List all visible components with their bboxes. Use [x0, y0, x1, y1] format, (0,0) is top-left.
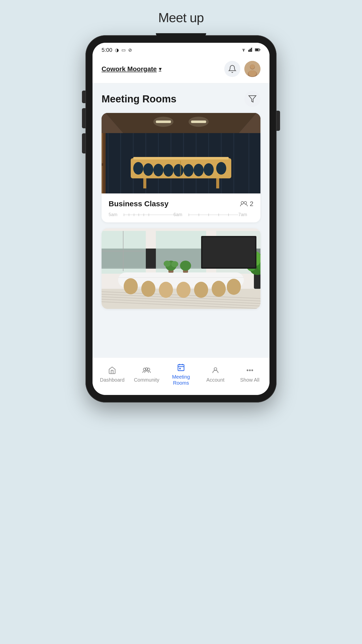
svg-point-38: [133, 162, 143, 175]
svg-point-11: [250, 64, 255, 69]
svg-point-78: [227, 279, 241, 295]
svg-point-45: [204, 163, 214, 176]
location-text: Cowork Moorgate: [102, 65, 157, 73]
power-button: [277, 111, 280, 131]
svg-marker-13: [249, 96, 256, 102]
svg-point-84: [180, 261, 191, 271]
svg-rect-91: [202, 237, 255, 267]
chevron-down-icon: ▾: [159, 66, 161, 72]
nav-community[interactable]: Community: [129, 366, 164, 383]
location-selector[interactable]: Cowork Moorgate ▾: [102, 65, 161, 73]
svg-point-50: [189, 117, 209, 127]
filter-icon: [248, 95, 257, 103]
svg-point-82: [171, 261, 178, 267]
nav-account[interactable]: Account: [198, 366, 233, 383]
svg-point-43: [184, 164, 194, 177]
status-time: 5:00: [102, 47, 112, 53]
nav-show-all-label: Show All: [240, 377, 259, 383]
avatar-image: [244, 61, 260, 77]
status-left: 5:00 ◑ ▭ ⊘: [102, 47, 132, 53]
svg-rect-4: [252, 47, 253, 52]
svg-marker-15: [106, 113, 256, 133]
svg-point-39: [143, 163, 153, 176]
header: Cowork Moorgate ▾: [93, 56, 269, 83]
svg-rect-3: [251, 48, 252, 52]
account-icon: [211, 366, 219, 375]
signal-icon: [248, 47, 253, 53]
community-icon: [142, 366, 151, 375]
svg-point-73: [141, 281, 155, 297]
nav-show-all[interactable]: Show All: [233, 366, 267, 383]
svg-point-102: [249, 370, 250, 371]
svg-point-101: [247, 370, 248, 371]
svg-rect-6: [255, 49, 259, 51]
svg-rect-51: [180, 161, 181, 176]
svg-point-75: [176, 282, 191, 298]
phone-frame: 5:00 ◑ ▭ ⊘: [85, 35, 277, 403]
header-actions: [224, 61, 260, 77]
notification-button[interactable]: [224, 61, 240, 77]
svg-point-76: [194, 282, 208, 298]
svg-rect-36: [143, 178, 146, 188]
svg-rect-95: [178, 365, 184, 371]
room-capacity-1: 2: [240, 200, 253, 208]
capacity-count-1: 2: [250, 200, 253, 208]
svg-rect-2: [250, 49, 251, 52]
timeline-bar-1b: [189, 215, 238, 215]
svg-rect-32: [102, 133, 103, 163]
svg-rect-37: [216, 178, 219, 188]
capacity-icon: [240, 201, 248, 207]
svg-rect-7: [260, 49, 260, 50]
room-name-row-1: Business Classy 2: [109, 199, 253, 208]
nav-dashboard-label: Dashboard: [100, 377, 124, 383]
room-card-2[interactable]: [102, 228, 260, 309]
timeline-label-5am: 5am: [109, 212, 124, 217]
nav-community-label: Community: [134, 377, 159, 383]
mute-button: [82, 133, 85, 153]
room-card-1[interactable]: Business Classy 2: [102, 113, 260, 222]
home-icon: [108, 366, 116, 375]
calendar-icon: [177, 363, 185, 372]
volume-down-button: [82, 108, 85, 128]
svg-point-74: [159, 282, 173, 298]
app-title: Meet up: [158, 10, 204, 25]
volume-up-button: [82, 91, 85, 103]
bottom-nav: Dashboard Community: [93, 357, 269, 395]
user-avatar[interactable]: [244, 61, 260, 77]
storage-icon: ▭: [121, 47, 126, 53]
status-bar: 5:00 ◑ ▭ ⊘: [93, 43, 269, 56]
svg-point-12: [248, 70, 256, 76]
section-header: Meeting Rooms: [102, 91, 260, 107]
svg-rect-35: [133, 157, 229, 159]
room-image-2: [102, 228, 260, 309]
svg-point-49: [153, 117, 173, 127]
timeline-bar-1: [124, 215, 173, 215]
battery-icon: [255, 48, 260, 53]
svg-point-77: [212, 281, 226, 297]
timeline-1: 5am 6am: [109, 212, 253, 217]
nav-meeting-rooms-label: Meeting Rooms: [172, 374, 190, 386]
block-icon: ⊘: [128, 47, 132, 53]
wifi-icon: [241, 47, 246, 53]
room-name-1: Business Classy: [109, 199, 168, 208]
svg-point-42: [173, 164, 184, 177]
svg-rect-99: [179, 368, 180, 369]
svg-point-100: [214, 368, 217, 370]
main-content: Meeting Rooms: [93, 83, 269, 357]
nav-dashboard[interactable]: Dashboard: [95, 366, 129, 383]
svg-point-52: [241, 202, 244, 204]
nav-meeting-rooms[interactable]: Meeting Rooms: [164, 363, 198, 386]
timeline-label-6am: 6am: [173, 212, 189, 217]
status-right: [241, 47, 260, 53]
more-icon: [246, 366, 254, 375]
phone-screen: 5:00 ◑ ▭ ⊘: [93, 43, 269, 395]
room-image-1: [102, 113, 260, 193]
svg-rect-33: [102, 166, 103, 193]
svg-point-44: [194, 164, 204, 176]
svg-rect-63: [102, 231, 146, 274]
svg-point-41: [163, 164, 173, 177]
timeline-label-7am: 7am: [238, 212, 253, 217]
filter-button[interactable]: [244, 91, 260, 107]
nav-account-label: Account: [206, 377, 224, 383]
section-title: Meeting Rooms: [102, 93, 176, 105]
